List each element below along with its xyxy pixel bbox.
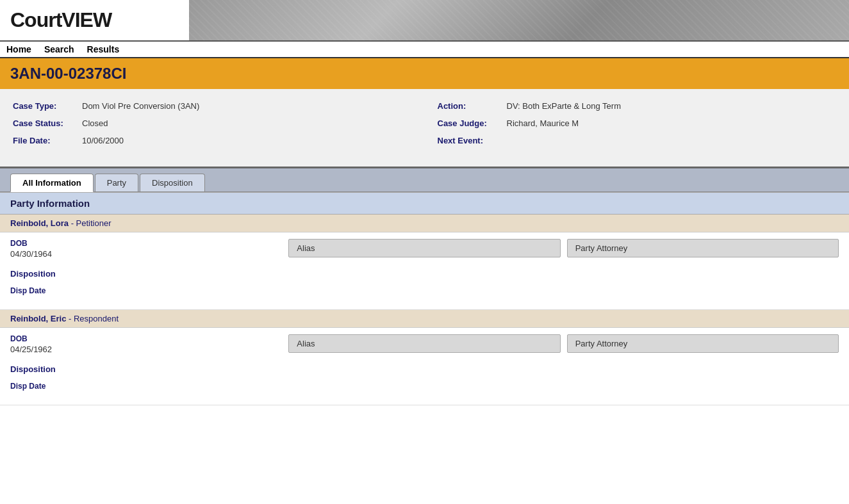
party-section-1: Reinbold, Eric - Respondent DOB 04/25/19…: [0, 310, 849, 405]
party-name-0: Reinbold, Lora: [10, 218, 69, 228]
dob-value-1: 04/25/1962: [10, 345, 282, 354]
party-role-0: Petitioner: [76, 218, 111, 228]
case-judge-label: Case Judge:: [438, 118, 502, 128]
dob-label-0: DOB: [10, 239, 282, 248]
nav-home[interactable]: Home: [6, 44, 31, 54]
party-detail-0: DOB 04/30/1964 Disposition Disp Date Ali…: [0, 232, 849, 310]
tab-all-information[interactable]: All Information: [10, 174, 94, 192]
party-attorney-area-1: Party Attorney: [567, 334, 839, 353]
alias-button-1[interactable]: Alias: [288, 334, 560, 353]
header: CourtVIEW: [0, 0, 849, 42]
case-type-label: Case Type:: [13, 101, 77, 111]
party-separator-1: -: [69, 314, 74, 323]
disposition-link-0[interactable]: Disposition: [10, 269, 282, 279]
alias-button-0[interactable]: Alias: [288, 239, 560, 257]
party-information-header: Party Information: [0, 192, 849, 215]
party-name-1: Reinbold, Eric: [10, 314, 66, 323]
disp-date-area-0: Disp Date: [10, 286, 282, 297]
action-value: DV: Both ExParte & Long Term: [507, 101, 621, 111]
file-date-label: File Date:: [13, 136, 77, 145]
party-detail-1: DOB 04/25/1962 Disposition Disp Date Ali…: [0, 328, 849, 405]
disposition-area-0: Disposition: [10, 264, 282, 279]
nav-bar: Home Search Results: [0, 42, 849, 58]
party-section-0: Reinbold, Lora - Petitioner DOB 04/30/19…: [0, 215, 849, 310]
party-attorney-area-0: Party Attorney: [567, 239, 839, 257]
disposition-area-1: Disposition: [10, 359, 282, 374]
case-type-value: Dom Viol Pre Conversion (3AN): [82, 101, 199, 111]
dob-value-0: 04/30/1964: [10, 249, 282, 259]
case-status-label: Case Status:: [13, 118, 77, 128]
main-content: Party Information Reinbold, Lora - Petit…: [0, 192, 849, 405]
disp-date-area-1: Disp Date: [10, 382, 282, 392]
dob-label-1: DOB: [10, 334, 282, 343]
disp-date-label-1: Disp Date: [10, 382, 282, 391]
case-number: 3AN-00-02378CI: [10, 65, 126, 82]
nav-results[interactable]: Results: [87, 44, 120, 54]
logo: CourtVIEW: [10, 8, 111, 32]
party-row-header-1: Reinbold, Eric - Respondent: [0, 310, 849, 328]
tab-disposition[interactable]: Disposition: [140, 174, 205, 191]
file-date-value: 10/06/2000: [82, 136, 124, 145]
case-number-banner: 3AN-00-02378CI: [0, 58, 849, 89]
disposition-link-1[interactable]: Disposition: [10, 364, 282, 374]
disp-date-label-0: Disp Date: [10, 286, 282, 295]
alias-area-0: Alias: [288, 239, 560, 257]
tabs-bar: All Information Party Disposition: [0, 168, 849, 192]
party-dob-area-1: DOB 04/25/1962 Disposition Disp Date: [10, 334, 282, 392]
tab-party[interactable]: Party: [95, 174, 138, 191]
party-attorney-button-1[interactable]: Party Attorney: [567, 334, 839, 353]
party-dob-area-0: DOB 04/30/1964 Disposition Disp Date: [10, 239, 282, 297]
case-info-panel: Case Type: Dom Viol Pre Conversion (3AN)…: [0, 89, 849, 168]
party-row-header-0: Reinbold, Lora - Petitioner: [0, 215, 849, 232]
alias-area-1: Alias: [288, 334, 560, 353]
party-attorney-button-0[interactable]: Party Attorney: [567, 239, 839, 257]
header-image: [189, 0, 849, 40]
party-separator-0: -: [71, 218, 76, 228]
case-judge-value: Richard, Maurice M: [507, 118, 579, 128]
party-role-1: Respondent: [74, 314, 119, 323]
logo-area: CourtVIEW: [0, 0, 189, 40]
nav-search[interactable]: Search: [44, 44, 74, 54]
next-event-label: Next Event:: [438, 136, 502, 145]
case-status-value: Closed: [82, 118, 108, 128]
action-label: Action:: [438, 101, 502, 111]
